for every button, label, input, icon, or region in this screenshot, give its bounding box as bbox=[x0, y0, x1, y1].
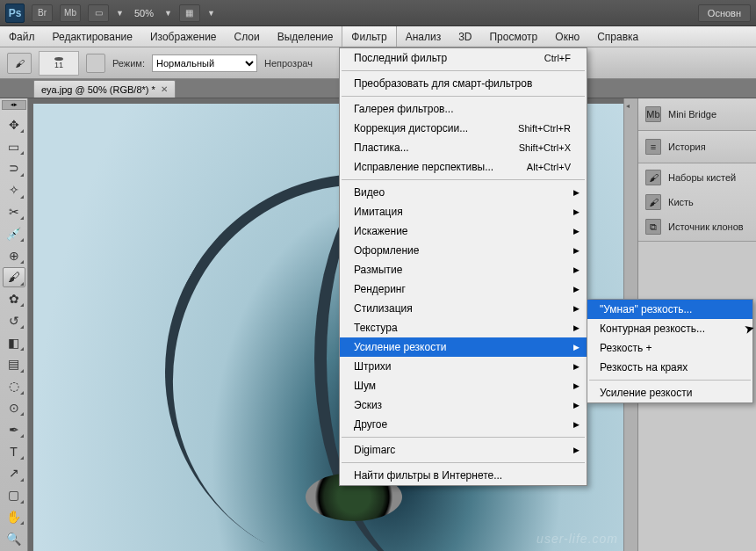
path-tool[interactable]: ↗ bbox=[3, 463, 25, 483]
ps-logo-icon[interactable]: Ps bbox=[5, 4, 25, 23]
workspace-switcher[interactable]: Основн bbox=[698, 4, 751, 22]
document-tab[interactable]: eya.jpg @ 50% (RGB/8*) * ✕ bbox=[33, 80, 176, 98]
menu-item-label: Штрихи bbox=[354, 360, 392, 373]
menu-view[interactable]: Просмотр bbox=[480, 26, 546, 47]
lasso-tool[interactable]: ⊃ bbox=[3, 158, 25, 178]
menu-vanishing-point[interactable]: Исправление перспективы... Alt+Ctrl+V bbox=[340, 157, 587, 177]
menu-item-label: Преобразовать для смарт-фильтров bbox=[354, 77, 532, 90]
dropdown-arrow-icon[interactable]: ▼ bbox=[116, 9, 124, 18]
blend-mode-select[interactable]: Нормальный bbox=[152, 54, 257, 72]
close-icon[interactable]: ✕ bbox=[161, 84, 168, 94]
menu-liquify[interactable]: Пластика... Shift+Ctrl+X bbox=[340, 138, 587, 157]
tool-preset-icon[interactable]: 🖌 bbox=[7, 53, 32, 74]
move-tool[interactable]: ✥ bbox=[3, 114, 25, 134]
eraser-tool[interactable]: ◧ bbox=[3, 332, 25, 352]
stamp-tool[interactable]: ✿ bbox=[3, 289, 25, 309]
menu-other[interactable]: Другое▶ bbox=[340, 415, 587, 434]
menu-artistic[interactable]: Имитация▶ bbox=[340, 202, 587, 221]
menu-separator bbox=[342, 437, 585, 438]
menu-edit[interactable]: Редактирование bbox=[44, 26, 141, 47]
crop-tool[interactable]: ✂ bbox=[3, 202, 25, 222]
menu-item-label: Эскиз bbox=[354, 399, 382, 411]
history-brush-tool[interactable]: ↺ bbox=[3, 310, 25, 330]
extras-arrow-icon[interactable]: ▼ bbox=[207, 9, 215, 18]
panel-minibridge[interactable]: Mb Mini Bridge bbox=[638, 100, 756, 128]
menu-video[interactable]: Видео▶ bbox=[340, 183, 587, 202]
brush-panel-toggle[interactable] bbox=[86, 54, 105, 73]
menu-brush-strokes[interactable]: Штрихи▶ bbox=[340, 357, 587, 376]
dodge-tool[interactable]: ⊙ bbox=[3, 398, 25, 418]
view-extras-button[interactable]: ▦ bbox=[179, 4, 200, 22]
filter-menu-dropdown: Последний фильтр Ctrl+F Преобразовать дл… bbox=[339, 47, 587, 486]
brush-tool[interactable]: 🖌 bbox=[3, 267, 25, 287]
menu-separator bbox=[342, 179, 585, 180]
type-tool[interactable]: T bbox=[3, 441, 25, 461]
screen-mode-button[interactable]: ▭ bbox=[88, 4, 109, 22]
menu-help[interactable]: Справка bbox=[588, 26, 647, 47]
panel-brush[interactable]: 🖌 Кисть bbox=[638, 190, 756, 214]
menu-layer[interactable]: Слои bbox=[226, 26, 269, 47]
menu-render[interactable]: Рендеринг▶ bbox=[340, 279, 587, 299]
bridge-button[interactable]: Br bbox=[32, 4, 53, 22]
menu-separator bbox=[342, 70, 585, 71]
wand-tool[interactable]: ✧ bbox=[3, 180, 25, 200]
menu-item-label: Digimarc bbox=[354, 444, 395, 456]
shape-tool[interactable]: ▢ bbox=[3, 485, 25, 505]
eyedropper-tool[interactable]: 💉 bbox=[3, 223, 25, 243]
menu-stylize[interactable]: Стилизация▶ bbox=[340, 299, 587, 318]
menu-texture[interactable]: Текстура▶ bbox=[340, 318, 587, 337]
brush-preset-picker[interactable]: 11 bbox=[39, 51, 79, 76]
menu-separator bbox=[589, 380, 751, 381]
zoom-arrow-icon[interactable]: ▼ bbox=[164, 9, 172, 18]
menu-item-label: "Умная" резкость... bbox=[600, 303, 692, 315]
submenu-sharpen-more[interactable]: Резкость + bbox=[587, 338, 752, 358]
menu-file[interactable]: Файл bbox=[0, 26, 44, 47]
menu-blur[interactable]: Размытие▶ bbox=[340, 260, 587, 279]
menu-pixelate[interactable]: Оформление▶ bbox=[340, 241, 587, 260]
menu-select[interactable]: Выделение bbox=[269, 26, 342, 47]
menu-3d[interactable]: 3D bbox=[450, 26, 480, 47]
menu-item-label: Оформление bbox=[354, 244, 419, 257]
menu-shortcut: Shift+Ctrl+X bbox=[519, 142, 571, 153]
menu-last-filter[interactable]: Последний фильтр Ctrl+F bbox=[340, 48, 587, 68]
submenu-arrow-icon: ▶ bbox=[573, 362, 580, 371]
menu-browse-filters-inet[interactable]: Найти фильтры в Интернете... bbox=[340, 466, 587, 485]
hand-tool[interactable]: ✋ bbox=[3, 507, 25, 527]
submenu-arrow-icon: ▶ bbox=[573, 343, 580, 352]
submenu-sharpen[interactable]: Усиление резкости bbox=[587, 383, 752, 402]
zoom-level[interactable]: 50% bbox=[131, 8, 157, 18]
zoom-tool[interactable]: 🔍 bbox=[3, 528, 25, 548]
submenu-unsharp-mask[interactable]: Контурная резкость... bbox=[587, 319, 752, 338]
pen-tool[interactable]: ✒ bbox=[3, 419, 25, 439]
title-bar: Ps Br Mb ▭ ▼ 50% ▼ ▦ ▼ Основн bbox=[0, 0, 756, 26]
sharpen-submenu: "Умная" резкость... Контурная резкость..… bbox=[587, 299, 753, 403]
gradient-tool[interactable]: ▤ bbox=[3, 354, 25, 374]
menu-filter[interactable]: Фильтр bbox=[342, 26, 396, 47]
menu-convert-smart[interactable]: Преобразовать для смарт-фильтров bbox=[340, 74, 587, 93]
minibridge-button[interactable]: Mb bbox=[60, 4, 81, 22]
blur-tool[interactable]: ◌ bbox=[3, 376, 25, 396]
panel-expand-icon[interactable]: ◂ bbox=[626, 102, 637, 112]
menu-shortcut: Shift+Ctrl+R bbox=[518, 123, 571, 134]
menu-image[interactable]: Изображение bbox=[141, 26, 226, 47]
panel-history[interactable]: ≡ История bbox=[638, 133, 756, 161]
menu-item-label: Галерея фильтров... bbox=[354, 103, 453, 115]
menu-sketch[interactable]: Эскиз▶ bbox=[340, 395, 587, 415]
submenu-sharpen-edges[interactable]: Резкость на краях bbox=[587, 358, 752, 377]
healing-tool[interactable]: ⊕ bbox=[3, 245, 25, 265]
menu-lens-correction[interactable]: Коррекция дисторсии... Shift+Ctrl+R bbox=[340, 119, 587, 138]
marquee-tool[interactable]: ▭ bbox=[3, 136, 25, 156]
panel-clone-source[interactable]: ⧉ Источник клонов bbox=[638, 214, 756, 239]
submenu-arrow-icon: ▶ bbox=[573, 246, 580, 255]
menu-digimarc[interactable]: Digimarc▶ bbox=[340, 440, 587, 460]
menu-analysis[interactable]: Анализ bbox=[397, 26, 450, 47]
menu-noise[interactable]: Шум▶ bbox=[340, 376, 587, 395]
toolbox-toggle[interactable]: ◂▸ bbox=[2, 100, 26, 110]
menu-shortcut: Ctrl+F bbox=[544, 53, 571, 63]
submenu-smart-sharpen[interactable]: "Умная" резкость... bbox=[587, 300, 752, 319]
panel-brush-presets[interactable]: 🖌 Наборы кистей bbox=[638, 165, 756, 190]
menu-distort[interactable]: Искажение▶ bbox=[340, 221, 587, 241]
menu-window[interactable]: Окно bbox=[546, 26, 588, 47]
menu-sharpen[interactable]: Усиление резкости▶ bbox=[340, 337, 587, 357]
menu-filter-gallery[interactable]: Галерея фильтров... bbox=[340, 99, 587, 119]
